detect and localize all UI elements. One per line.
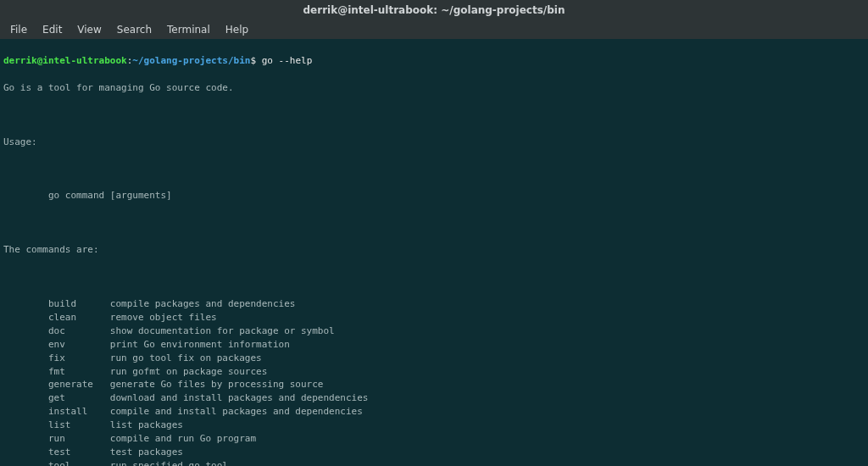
command-row: installcompile and install packages and …	[3, 405, 865, 419]
menu-edit[interactable]: Edit	[36, 22, 69, 37]
command-name: run	[48, 432, 110, 446]
command-desc: run go tool fix on packages	[110, 352, 262, 363]
command-row: fixrun go tool fix on packages	[3, 352, 865, 365]
command-name: doc	[48, 325, 110, 338]
command-row: toolrun specified go tool	[3, 459, 865, 466]
output-usage-line: go command [arguments]	[3, 189, 865, 202]
output-commands-label: The commands are:	[3, 243, 865, 257]
prompt-user: derrik@intel-ultrabook	[3, 55, 127, 66]
command-desc: remove object files	[110, 312, 217, 323]
typed-command: go --help	[262, 55, 313, 66]
command-row: buildcompile packages and dependencies	[3, 297, 865, 311]
command-desc: compile and install packages and depende…	[110, 406, 363, 417]
command-name: clean	[48, 311, 110, 325]
command-desc: run gofmt on package sources	[110, 366, 267, 377]
menu-file[interactable]: File	[3, 22, 34, 37]
command-desc: generate Go files by processing source	[110, 379, 324, 390]
command-row: runcompile and run Go program	[3, 432, 865, 446]
command-row: docshow documentation for package or sym…	[3, 325, 865, 338]
menu-view[interactable]: View	[70, 22, 108, 37]
command-desc: test packages	[110, 447, 183, 458]
command-row: envprint Go environment information	[3, 338, 865, 352]
command-row: listlist packages	[3, 419, 865, 432]
command-row: generategenerate Go files by processing …	[3, 378, 865, 391]
command-name: env	[48, 338, 110, 352]
command-name: get	[48, 391, 110, 405]
menu-search[interactable]: Search	[110, 22, 159, 37]
command-row: testtest packages	[3, 446, 865, 459]
command-desc: compile and run Go program	[110, 433, 256, 444]
command-name: install	[48, 405, 110, 419]
commands-list: buildcompile packages and dependencies c…	[3, 297, 865, 466]
command-row: cleanremove object files	[3, 311, 865, 325]
window-title: derrik@intel-ultrabook: ~/golang-project…	[303, 4, 565, 16]
terminal-output[interactable]: derrik@intel-ultrabook:~/golang-projects…	[0, 39, 868, 466]
command-name: generate	[48, 378, 110, 391]
menu-terminal[interactable]: Terminal	[160, 22, 217, 37]
command-name: fix	[48, 352, 110, 365]
window-titlebar: derrik@intel-ultrabook: ~/golang-project…	[0, 0, 868, 20]
command-desc: compile packages and dependencies	[110, 298, 296, 309]
output-intro: Go is a tool for managing Go source code…	[3, 81, 865, 95]
command-desc: list packages	[110, 419, 183, 430]
command-desc: download and install packages and depend…	[110, 392, 369, 403]
menu-help[interactable]: Help	[219, 22, 255, 37]
command-desc: show documentation for package or symbol	[110, 325, 335, 336]
prompt-path: ~/golang-projects/bin	[132, 55, 250, 66]
command-row: fmtrun gofmt on package sources	[3, 365, 865, 379]
command-name: test	[48, 446, 110, 459]
menubar: File Edit View Search Terminal Help	[0, 20, 868, 39]
command-name: fmt	[48, 365, 110, 379]
command-desc: print Go environment information	[110, 339, 290, 350]
command-name: list	[48, 419, 110, 432]
output-usage-label: Usage:	[3, 136, 865, 149]
command-row: getdownload and install packages and dep…	[3, 391, 865, 405]
command-name: build	[48, 297, 110, 311]
command-name: tool	[48, 459, 110, 466]
command-desc: run specified go tool	[110, 460, 228, 466]
